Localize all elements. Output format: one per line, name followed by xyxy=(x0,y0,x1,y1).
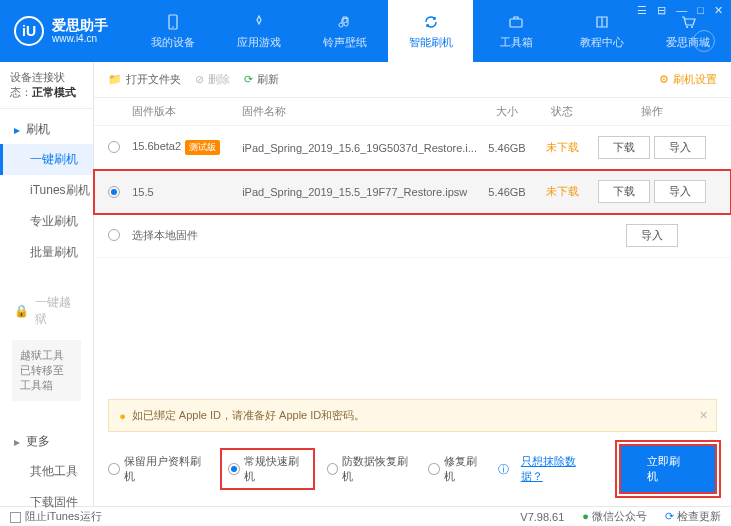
sidebar-item-batch[interactable]: 批量刷机 xyxy=(0,237,93,268)
table-header: 固件版本 固件名称 大小 状态 操作 xyxy=(94,98,731,126)
opt-normal-flash[interactable]: 常规快速刷机 xyxy=(220,448,315,490)
apps-icon xyxy=(250,13,268,31)
local-firmware-row[interactable]: 选择本地固件 导入 xyxy=(94,214,731,258)
th-name: 固件名称 xyxy=(242,104,477,119)
version-label: V7.98.61 xyxy=(520,511,564,523)
th-version: 固件版本 xyxy=(132,104,242,119)
th-ops: 操作 xyxy=(587,104,717,119)
folder-icon: 📁 xyxy=(108,73,122,86)
opt-repair[interactable]: 修复刷机 xyxy=(428,454,486,484)
square-icon: ▸ xyxy=(14,123,20,137)
close-icon[interactable]: ✕ xyxy=(714,4,723,17)
pin-icon[interactable]: ⊟ xyxy=(657,4,666,17)
refresh-icon: ⟳ xyxy=(244,73,253,86)
th-status: 状态 xyxy=(537,104,587,119)
nav-label: 铃声壁纸 xyxy=(323,35,367,50)
svg-rect-2 xyxy=(510,19,522,27)
brand-name: 爱思助手 xyxy=(52,17,108,33)
import-button[interactable]: 导入 xyxy=(626,224,678,247)
brand-url: www.i4.cn xyxy=(52,33,108,45)
beta-tag: 测试版 xyxy=(185,140,220,155)
fw-name: iPad_Spring_2019_15.5_19F77_Restore.ipsw xyxy=(242,186,477,198)
main-panel: 📁打开文件夹 ⊘删除 ⟳刷新 ⚙刷机设置 固件版本 固件名称 大小 状态 操作 … xyxy=(94,62,731,506)
nav-label: 工具箱 xyxy=(500,35,533,50)
open-folder-button[interactable]: 📁打开文件夹 xyxy=(108,72,181,87)
help-icon[interactable]: ⓘ xyxy=(498,462,509,477)
delete-icon: ⊘ xyxy=(195,73,204,86)
sidebar-group-more[interactable]: ▸更多 xyxy=(0,427,93,456)
import-button[interactable]: 导入 xyxy=(654,180,706,203)
svg-point-1 xyxy=(172,26,174,28)
check-update-link[interactable]: ⟳检查更新 xyxy=(665,509,721,524)
gear-icon: ⚙ xyxy=(659,73,669,86)
jailbreak-note: 越狱工具已转移至工具箱 xyxy=(12,340,81,401)
flash-settings-button[interactable]: ⚙刷机设置 xyxy=(659,72,717,87)
sidebar-item-othertools[interactable]: 其他工具 xyxy=(0,456,93,487)
wechat-link[interactable]: ●微信公众号 xyxy=(582,509,647,524)
nav-my-device[interactable]: 我的设备 xyxy=(130,0,216,62)
fw-status: 未下载 xyxy=(537,184,587,199)
opt-antirecover[interactable]: 防数据恢复刷机 xyxy=(327,454,416,484)
import-button[interactable]: 导入 xyxy=(654,136,706,159)
fw-status: 未下载 xyxy=(537,140,587,155)
sidebar-item-pro[interactable]: 专业刷机 xyxy=(0,206,93,237)
connection-status: 设备连接状态：正常模式 xyxy=(0,62,93,109)
flash-now-button[interactable]: 立即刷机 xyxy=(619,444,717,494)
sidebar-item-oneclick[interactable]: 一键刷机 xyxy=(0,144,93,175)
toolbar: 📁打开文件夹 ⊘删除 ⟳刷新 ⚙刷机设置 xyxy=(94,62,731,98)
svg-point-3 xyxy=(686,26,688,28)
row-radio[interactable] xyxy=(108,186,120,198)
download-button[interactable]: 下载 xyxy=(598,180,650,203)
window-controls: ☰ ⊟ — □ ✕ xyxy=(637,4,723,17)
nav-toolbox[interactable]: 工具箱 xyxy=(473,0,559,62)
titlebar: iU 爱思助手 www.i4.cn 我的设备 应用游戏 铃声壁纸 智能刷机 工具… xyxy=(0,0,731,62)
sidebar-group-flash[interactable]: ▸刷机 xyxy=(0,115,93,144)
nav-label: 应用游戏 xyxy=(237,35,281,50)
block-itunes-checkbox[interactable]: 阻止iTunes运行 xyxy=(10,509,102,524)
update-icon: ⟳ xyxy=(665,510,674,522)
nav-tutorials[interactable]: 教程中心 xyxy=(559,0,645,62)
phone-icon xyxy=(164,13,182,31)
book-icon xyxy=(593,13,611,31)
refresh-icon xyxy=(422,13,440,31)
sidebar-group-jailbreak[interactable]: 🔒一键越狱 xyxy=(0,288,93,334)
menu-icon[interactable]: ☰ xyxy=(637,4,647,17)
nav-ringtones[interactable]: 铃声壁纸 xyxy=(302,0,388,62)
fw-size: 5.46GB xyxy=(477,142,537,154)
sidebar: 设备连接状态：正常模式 ▸刷机 一键刷机 iTunes刷机 专业刷机 批量刷机 … xyxy=(0,62,94,506)
logo: iU 爱思助手 www.i4.cn xyxy=(0,0,130,62)
nav-label: 智能刷机 xyxy=(409,35,453,50)
firmware-row[interactable]: 15.6beta2测试版 iPad_Spring_2019_15.6_19G50… xyxy=(94,126,731,170)
notice-close[interactable]: ✕ xyxy=(699,409,708,422)
erase-only-link[interactable]: 只想抹除数据？ xyxy=(521,454,595,484)
appleid-notice: ● 如已绑定 Apple ID，请准备好 Apple ID和密码。 ✕ xyxy=(108,399,717,432)
opt-keep-data[interactable]: 保留用户资料刷机 xyxy=(108,454,208,484)
fw-name: iPad_Spring_2019_15.6_19G5037d_Restore.i… xyxy=(242,142,477,154)
row-radio[interactable] xyxy=(108,229,120,241)
wechat-icon: ● xyxy=(582,510,589,522)
refresh-button[interactable]: ⟳刷新 xyxy=(244,72,279,87)
firmware-row[interactable]: 15.5 iPad_Spring_2019_15.5_19F77_Restore… xyxy=(94,170,731,214)
statusbar: 阻止iTunes运行 V7.98.61 ●微信公众号 ⟳检查更新 xyxy=(0,506,731,526)
logo-icon: iU xyxy=(14,16,44,46)
download-ring-icon[interactable] xyxy=(693,30,715,52)
music-icon xyxy=(336,13,354,31)
svg-point-4 xyxy=(691,26,693,28)
flash-options: 保留用户资料刷机 常规快速刷机 防数据恢复刷机 修复刷机 ⓘ 只想抹除数据？ 立… xyxy=(94,432,731,506)
nav-flash[interactable]: 智能刷机 xyxy=(388,0,474,62)
row-radio[interactable] xyxy=(108,141,120,153)
delete-button[interactable]: ⊘删除 xyxy=(195,72,230,87)
sidebar-item-itunes[interactable]: iTunes刷机 xyxy=(0,175,93,206)
nav-label: 我的设备 xyxy=(151,35,195,50)
nav-label: 教程中心 xyxy=(580,35,624,50)
nav-apps[interactable]: 应用游戏 xyxy=(216,0,302,62)
toolbox-icon xyxy=(507,13,525,31)
maximize-icon[interactable]: □ xyxy=(697,4,704,17)
th-size: 大小 xyxy=(477,104,537,119)
minimize-icon[interactable]: — xyxy=(676,4,687,17)
lock-icon: 🔒 xyxy=(14,304,29,318)
download-button[interactable]: 下载 xyxy=(598,136,650,159)
warning-icon: ● xyxy=(119,410,126,422)
fw-size: 5.46GB xyxy=(477,186,537,198)
local-label: 选择本地固件 xyxy=(132,228,587,243)
